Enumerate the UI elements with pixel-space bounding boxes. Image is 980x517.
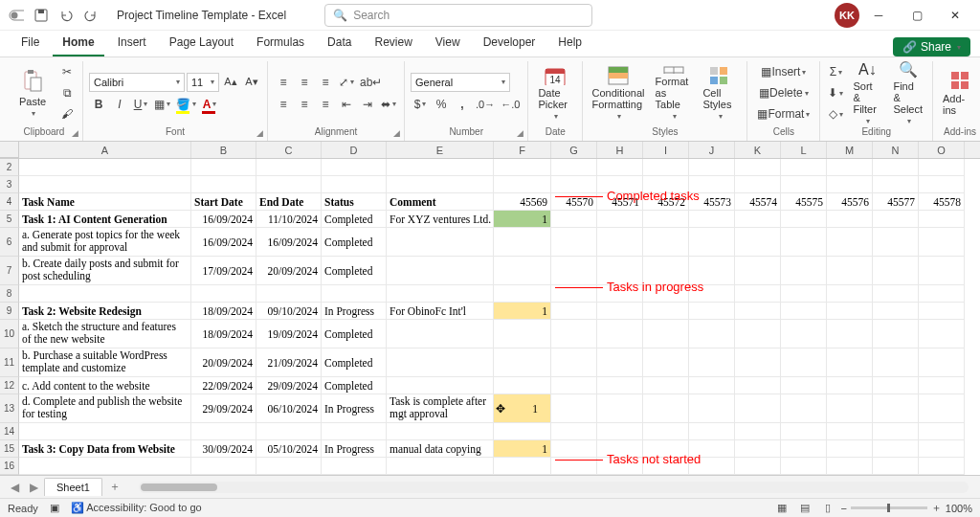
cell[interactable] — [781, 257, 827, 285]
cell[interactable]: In Progress — [322, 303, 387, 320]
align-top-icon[interactable]: ≡ — [274, 73, 293, 92]
fill-color-button[interactable]: 🪣▾ — [174, 95, 198, 114]
cell[interactable] — [735, 303, 781, 320]
cell[interactable] — [551, 440, 597, 458]
undo-icon[interactable] — [56, 5, 77, 26]
row-header[interactable]: 8 — [0, 285, 19, 303]
tab-home[interactable]: Home — [53, 30, 103, 56]
bold-button[interactable]: B — [89, 95, 108, 114]
decrease-indent-icon[interactable]: ⇤ — [337, 95, 356, 114]
sheet-tab-active[interactable]: Sheet1 — [44, 478, 102, 496]
cell[interactable] — [689, 423, 735, 440]
increase-indent-icon[interactable]: ⇥ — [358, 95, 377, 114]
cell[interactable] — [551, 211, 597, 228]
underline-button[interactable]: U▾ — [131, 95, 150, 114]
cell[interactable] — [827, 440, 873, 458]
cell[interactable] — [735, 257, 781, 285]
cell[interactable] — [781, 228, 827, 257]
cell[interactable] — [643, 211, 689, 228]
cell[interactable] — [19, 458, 191, 475]
close-button[interactable]: ✕ — [936, 2, 974, 29]
row-header[interactable]: 2 — [0, 159, 19, 176]
cell[interactable] — [735, 348, 781, 377]
cell[interactable] — [735, 320, 781, 348]
cell[interactable] — [827, 211, 873, 228]
align-center-icon[interactable]: ≡ — [295, 95, 314, 114]
cell[interactable] — [191, 159, 256, 176]
cell[interactable]: 45575 — [781, 193, 827, 211]
cell[interactable] — [827, 176, 873, 193]
cell[interactable] — [643, 320, 689, 348]
maximize-button[interactable]: ▢ — [898, 2, 936, 29]
merge-center-icon[interactable]: ⬌▾ — [379, 95, 398, 114]
cell[interactable] — [643, 348, 689, 377]
cell[interactable] — [643, 228, 689, 257]
cell[interactable] — [781, 440, 827, 458]
zoom-out-button[interactable]: − — [840, 503, 846, 514]
date-picker-button[interactable]: 14 Date Picker▾ — [534, 63, 576, 123]
cell[interactable]: 19/09/2024 — [256, 320, 322, 348]
cell[interactable] — [919, 257, 965, 285]
cell[interactable] — [919, 228, 965, 257]
view-normal-icon[interactable]: ▦ — [771, 501, 792, 516]
save-icon[interactable] — [31, 5, 52, 26]
autosave-toggle[interactable] — [6, 5, 27, 26]
cell[interactable] — [551, 423, 597, 440]
format-painter-icon[interactable]: 🖌 — [57, 104, 77, 124]
cell[interactable]: Start Date — [191, 193, 256, 211]
cell[interactable] — [873, 159, 919, 176]
cell[interactable] — [781, 211, 827, 228]
cell[interactable] — [919, 159, 965, 176]
cell[interactable] — [256, 159, 322, 176]
cell[interactable] — [551, 320, 597, 348]
align-right-icon[interactable]: ≡ — [316, 95, 335, 114]
cell[interactable] — [597, 303, 643, 320]
column-header[interactable]: N — [873, 142, 919, 158]
cell[interactable]: Completed — [322, 348, 387, 377]
cell[interactable] — [643, 423, 689, 440]
cell[interactable]: 18/09/2024 — [191, 320, 256, 348]
cell[interactable] — [551, 176, 597, 193]
cell[interactable] — [735, 176, 781, 193]
tab-insert[interactable]: Insert — [108, 30, 156, 56]
cell[interactable] — [873, 377, 919, 394]
cell[interactable] — [387, 320, 494, 348]
cell[interactable] — [19, 423, 191, 440]
search-box[interactable]: 🔍 Search — [324, 4, 592, 27]
cell[interactable]: manual data copying — [387, 440, 494, 458]
cell[interactable] — [873, 348, 919, 377]
cell[interactable] — [387, 377, 494, 394]
addins-button[interactable]: Add-ins — [939, 63, 980, 123]
row-header[interactable]: 15 — [0, 440, 19, 458]
cell[interactable] — [551, 159, 597, 176]
cell[interactable] — [781, 348, 827, 377]
cell[interactable]: d. Complete and publish the website for … — [19, 394, 191, 423]
cell[interactable]: 21/09/2024 — [256, 348, 322, 377]
cut-icon[interactable]: ✂ — [57, 62, 77, 81]
cell[interactable]: End Date — [256, 193, 322, 211]
row-header[interactable]: 9 — [0, 303, 19, 320]
cell[interactable]: Completed — [322, 257, 387, 285]
font-dialog-launcher[interactable]: ◢ — [254, 127, 265, 139]
cell[interactable] — [19, 159, 191, 176]
cell[interactable]: Completed — [322, 320, 387, 348]
cell[interactable] — [689, 394, 735, 423]
cell[interactable]: In Progress — [322, 394, 387, 423]
cell[interactable] — [494, 159, 551, 176]
cell[interactable] — [494, 176, 551, 193]
sheet-nav-next[interactable]: ▶ — [25, 479, 42, 496]
cell[interactable] — [551, 394, 597, 423]
cell[interactable] — [919, 303, 965, 320]
column-header[interactable]: I — [643, 142, 689, 158]
cell[interactable] — [781, 423, 827, 440]
row-header[interactable]: 11 — [0, 348, 19, 377]
clear-icon[interactable]: ◇▾ — [826, 104, 845, 124]
view-pagelayout-icon[interactable]: ▤ — [794, 501, 815, 516]
cell[interactable] — [191, 285, 256, 303]
cell[interactable] — [689, 228, 735, 257]
cell[interactable]: Completed — [322, 377, 387, 394]
cell[interactable]: 11/10/2024 — [256, 211, 322, 228]
cell[interactable] — [689, 348, 735, 377]
view-pagebreak-icon[interactable]: ▯ — [817, 501, 838, 516]
zoom-slider[interactable] — [851, 506, 927, 509]
